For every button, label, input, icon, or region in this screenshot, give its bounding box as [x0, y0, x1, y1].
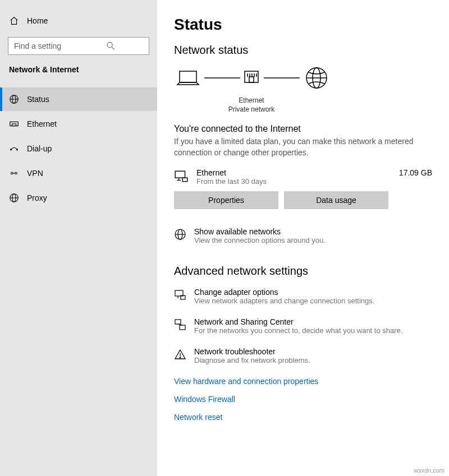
svg-point-42	[180, 357, 181, 358]
adapters-sub: View network adapters and change connect…	[194, 297, 374, 305]
svg-point-10	[15, 172, 17, 174]
data-usage-button[interactable]: Data usage	[284, 191, 388, 209]
sidebar: Home Find a setting Network & Internet S…	[0, 0, 157, 476]
show-networks-title: Show available networks	[194, 227, 326, 236]
sharing-icon	[174, 318, 186, 331]
connected-body: If you have a limited data plan, you can…	[174, 136, 432, 158]
svg-rect-15	[180, 71, 196, 82]
sidebar-item-ethernet[interactable]: Ethernet	[0, 112, 157, 136]
proxy-icon	[9, 193, 19, 203]
troubleshoot-title: Network troubleshooter	[194, 347, 310, 356]
advanced-heading: Advanced network settings	[174, 265, 432, 278]
svg-rect-39	[180, 325, 185, 330]
home-label: Home	[27, 16, 48, 25]
sidebar-item-proxy[interactable]: Proxy	[0, 186, 157, 210]
sidebar-item-label: VPN	[27, 169, 43, 178]
dialup-icon	[9, 144, 19, 154]
svg-point-9	[11, 172, 13, 174]
sharing-title: Network and Sharing Center	[194, 317, 402, 326]
vpn-icon	[9, 168, 19, 178]
svg-rect-18	[249, 77, 254, 82]
diagram-label-top: Ethernet	[171, 96, 332, 105]
sidebar-item-label: Ethernet	[27, 119, 57, 128]
reset-link[interactable]: Network reset	[174, 413, 432, 422]
svg-rect-38	[175, 320, 181, 324]
home-nav[interactable]: Home	[0, 10, 157, 31]
page-title: Status	[174, 16, 432, 34]
globe-icon	[9, 94, 19, 104]
troubleshoot-sub: Diagnose and fix network problems.	[194, 356, 310, 364]
category-title: Network & Internet	[0, 63, 157, 81]
svg-rect-6	[12, 124, 16, 126]
network-status-heading: Network status	[174, 44, 432, 57]
svg-rect-31	[182, 178, 187, 182]
main-content: Status Network status	[157, 0, 449, 476]
svg-point-0	[107, 43, 112, 48]
troubleshoot-action[interactable]: Network troubleshooter Diagnose and fix …	[174, 347, 432, 364]
sidebar-item-vpn[interactable]: VPN	[0, 161, 157, 185]
search-icon	[79, 41, 143, 51]
connection-data: 17.09 GB	[399, 168, 432, 177]
warning-icon	[174, 348, 186, 361]
show-networks-sub: View the connection options around you.	[194, 236, 326, 244]
diagram-label-bottom: Private network	[171, 105, 332, 114]
adapter-icon	[174, 289, 186, 301]
svg-line-1	[112, 47, 114, 50]
wifi-globe-icon	[174, 228, 186, 241]
show-networks-action[interactable]: Show available networks View the connect…	[174, 227, 432, 244]
search-placeholder: Find a setting	[14, 41, 79, 50]
network-diagram: Ethernet Private network	[174, 67, 432, 112]
sharing-action[interactable]: Network and Sharing Center For the netwo…	[174, 317, 432, 335]
home-icon	[9, 16, 19, 26]
monitor-icon	[174, 169, 189, 184]
connected-heading: You're connected to the Internet	[174, 124, 432, 134]
connection-name: Ethernet	[196, 168, 391, 177]
properties-button[interactable]: Properties	[174, 191, 278, 209]
sidebar-item-label: Proxy	[27, 193, 47, 202]
connection-sub: From the last 30 days	[196, 177, 391, 186]
sidebar-item-status[interactable]: Status	[0, 87, 157, 111]
connection-row: Ethernet From the last 30 days 17.09 GB	[174, 168, 432, 186]
sidebar-item-label: Status	[27, 95, 49, 104]
svg-point-7	[11, 149, 12, 150]
watermark: wsxdn.com	[414, 467, 445, 474]
sharing-sub: For the networks you connect to, decide …	[194, 326, 402, 335]
sidebar-item-label: Dial-up	[27, 144, 52, 153]
ethernet-icon	[9, 119, 19, 129]
svg-point-8	[16, 149, 17, 150]
adapters-action[interactable]: Change adapter options View network adap…	[174, 288, 432, 305]
hardware-link[interactable]: View hardware and connection properties	[174, 377, 432, 386]
firewall-link[interactable]: Windows Firewall	[174, 395, 432, 404]
sidebar-item-dialup[interactable]: Dial-up	[0, 137, 157, 160]
search-input[interactable]: Find a setting	[8, 37, 149, 55]
svg-rect-28	[175, 171, 185, 178]
adapters-title: Change adapter options	[194, 288, 374, 297]
